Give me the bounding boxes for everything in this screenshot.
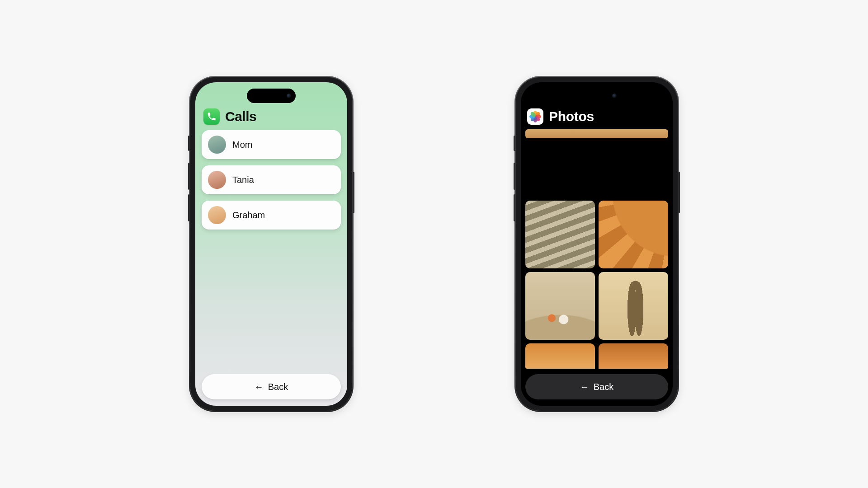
photo-thumbnail[interactable] xyxy=(599,343,668,369)
photo-thumbnail[interactable] xyxy=(599,272,668,340)
volume-down-button xyxy=(188,194,190,221)
photos-title: Photos xyxy=(549,109,594,124)
contact-row-graham[interactable]: Graham xyxy=(202,201,341,230)
iphone-device-calls: Calls Mom Tania Graham ← Back xyxy=(190,77,353,411)
power-button xyxy=(678,172,680,213)
power-button xyxy=(353,172,354,213)
photo-thumbnail[interactable] xyxy=(525,272,595,340)
contact-name: Tania xyxy=(232,175,254,185)
arrow-left-icon: ← xyxy=(580,382,589,391)
contact-name: Mom xyxy=(232,140,252,150)
photo-thumbnail[interactable] xyxy=(525,201,595,268)
back-button[interactable]: ← Back xyxy=(202,374,341,399)
dynamic-island xyxy=(572,89,621,103)
back-label: Back xyxy=(594,382,613,392)
back-label: Back xyxy=(268,382,288,392)
volume-switch xyxy=(514,136,515,151)
dynamic-island xyxy=(247,89,296,103)
avatar-mom xyxy=(208,136,226,154)
phone-icon xyxy=(203,108,220,125)
volume-up-button xyxy=(188,163,190,190)
contact-row-tania[interactable]: Tania xyxy=(202,165,341,194)
photo-grid xyxy=(525,129,668,369)
calls-title: Calls xyxy=(225,109,256,124)
iphone-device-photos: Photos ← Back xyxy=(515,77,678,411)
photos-app-screen: Photos ← Back xyxy=(521,82,673,406)
photos-icon xyxy=(527,108,543,125)
volume-switch xyxy=(188,136,190,151)
avatar-graham xyxy=(208,206,226,224)
calls-header: Calls xyxy=(202,108,341,130)
photo-thumbnail[interactable] xyxy=(525,343,595,369)
avatar-tania xyxy=(208,171,226,189)
photos-header: Photos xyxy=(525,108,668,129)
contact-row-mom[interactable]: Mom xyxy=(202,130,341,159)
photo-thumbnail[interactable] xyxy=(525,129,668,138)
arrow-left-icon: ← xyxy=(255,382,264,391)
volume-up-button xyxy=(514,163,515,190)
photo-thumbnail[interactable] xyxy=(599,201,668,268)
contact-name: Graham xyxy=(232,210,265,221)
back-button[interactable]: ← Back xyxy=(525,374,668,399)
calls-app-screen: Calls Mom Tania Graham ← Back xyxy=(195,82,347,406)
volume-down-button xyxy=(514,194,515,221)
